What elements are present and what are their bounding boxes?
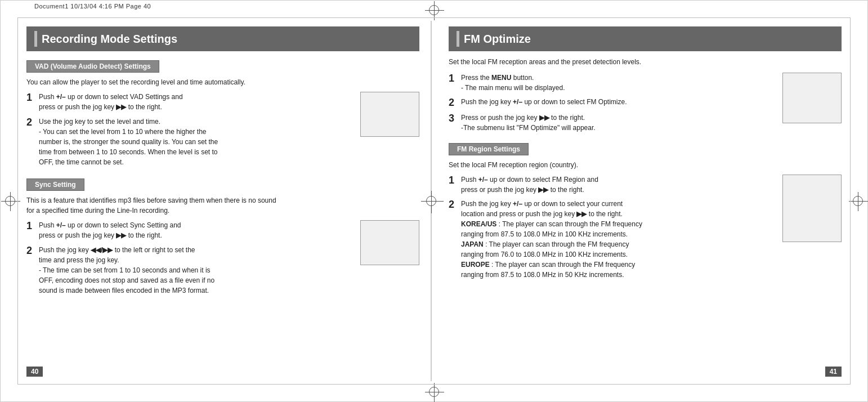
- vad-step-2-num: 2: [26, 117, 39, 128]
- sync-section: Sync Setting This is a feature that iden…: [26, 178, 419, 300]
- fm-step-3-num: 3: [449, 113, 461, 124]
- top-bar: Document1 10/13/04 4:16 PM Page 40: [34, 3, 151, 10]
- vad-intro: You can allow the player to set the reco…: [26, 77, 419, 87]
- vad-header: VAD (Volume Audio Detect) Settings: [26, 60, 159, 73]
- sync-header: Sync Setting: [26, 178, 84, 191]
- sync-step-1-num: 1: [26, 220, 39, 232]
- vad-section: VAD (Volume Audio Detect) Settings You c…: [26, 60, 419, 173]
- fm-region-step-1-num: 1: [449, 175, 461, 186]
- fm-region-image-box: [782, 175, 842, 242]
- vad-step-1-num: 1: [26, 92, 39, 104]
- fm-step-3: 3 Press or push the jog key ▶▶ to the ri…: [449, 113, 775, 133]
- left-title-text: Recording Mode Settings: [42, 33, 177, 46]
- page-wrapper: Document1 10/13/04 4:16 PM Page 40: [0, 0, 868, 402]
- fm-step-1-text: Press the MENU button.- The main menu wi…: [461, 73, 565, 93]
- fm-region-step-2-text: Push the jog key +/– up or down to selec…: [461, 199, 642, 280]
- fm-step-2: 2 Push the jog key +/– up or down to sel…: [449, 97, 775, 109]
- right-title-accent: [457, 31, 459, 47]
- fm-region-section: FM Region Settings Set the local FM rece…: [449, 143, 842, 284]
- fm-step-3-text: Press or push the jog key ▶▶ to the righ…: [461, 113, 596, 133]
- fm-region-step-2-num: 2: [449, 199, 461, 211]
- fm-region-intro: Set the local FM reception region (count…: [449, 160, 842, 170]
- page-num-right: 41: [825, 367, 842, 377]
- fm-region-header: FM Region Settings: [449, 143, 529, 155]
- fm-region-step-1-text: Push +/– up or down to select FM Region …: [461, 175, 598, 195]
- page-num-left: 40: [26, 367, 43, 377]
- right-page: FM Optimize Set the local FM reception a…: [432, 21, 847, 381]
- vad-step-2: 2 Use the jog key to set the level and t…: [26, 117, 355, 167]
- right-title-text: FM Optimize: [464, 33, 531, 46]
- right-page-title: FM Optimize: [449, 26, 842, 51]
- fm-optimize-image-box: [782, 73, 842, 123]
- vad-step-1: 1 Push +/– up or down to select VAD Sett…: [26, 92, 355, 112]
- vad-image-box: [360, 92, 419, 137]
- sync-step-1: 1 Push +/– up or down to select Sync Set…: [26, 220, 355, 240]
- fm-step-2-num: 2: [449, 97, 461, 109]
- vad-step-2-text: Use the jog key to set the level and tim…: [39, 117, 218, 167]
- left-page-title: Recording Mode Settings: [26, 26, 419, 51]
- vad-step-1-text: Push +/– up or down to select VAD Settin…: [39, 92, 183, 112]
- fm-step-1: 1 Press the MENU button.- The main menu …: [449, 73, 775, 93]
- fm-region-step-2: 2 Push the jog key +/– up or down to sel…: [449, 199, 775, 280]
- left-page: Recording Mode Settings VAD (Volume Audi…: [21, 21, 431, 381]
- sync-step-2-text: Push the jog key ◀◀/▶▶ to the left or ri…: [39, 245, 214, 296]
- fm-step-2-text: Push the jog key +/– up or down to selec…: [461, 97, 627, 107]
- sync-step-1-text: Push +/– up or down to select Sync Setti…: [39, 220, 181, 240]
- fm-step-1-num: 1: [449, 73, 461, 84]
- sync-intro: This is a feature that identifies mp3 fi…: [26, 195, 419, 216]
- title-accent-bar: [34, 31, 37, 47]
- sync-step-2: 2 Push the jog key ◀◀/▶▶ to the left or …: [26, 245, 355, 296]
- fm-optimize-intro: Set the local FM reception areas and the…: [449, 57, 842, 67]
- sync-image-box: [360, 220, 419, 265]
- sync-step-2-num: 2: [26, 245, 39, 257]
- fm-region-step-1: 1 Push +/– up or down to select FM Regio…: [449, 175, 775, 195]
